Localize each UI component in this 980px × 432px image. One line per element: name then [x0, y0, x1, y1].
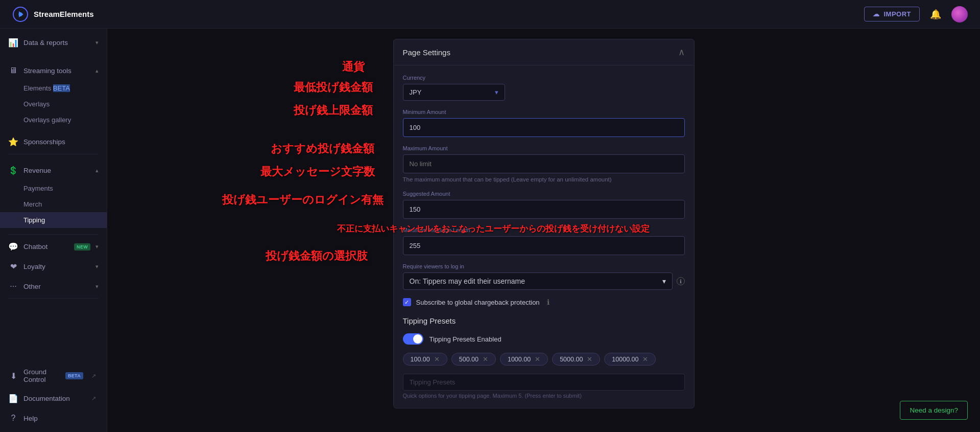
- sidebar-bottom: ⬇ Ground Control BETA ↗ 📄 Documentation …: [0, 363, 107, 432]
- currency-label: Currency: [403, 75, 685, 81]
- import-button[interactable]: ☁ IMPORT: [864, 7, 920, 21]
- ground-control-icon: ⬇: [8, 371, 18, 381]
- require-login-field: Require viewers to log in On: Tippers ma…: [403, 263, 685, 290]
- currency-select[interactable]: JPY ▾: [403, 84, 505, 101]
- max-amount-label: Maximum Amount: [403, 145, 685, 151]
- annotation-msg-length: 最大メッセージ文字数: [260, 164, 375, 179]
- tipping-presets-toggle-row: Tipping Presets Enabled: [403, 333, 685, 345]
- chevron-up-icon2: ▴: [95, 167, 99, 174]
- tipping-presets-toggle-label: Tipping Presets Enabled: [429, 335, 501, 343]
- chargeback-info-icon[interactable]: ℹ: [547, 298, 549, 306]
- sidebar-item-other[interactable]: ··· Other ▾: [0, 277, 107, 296]
- divider: [8, 154, 99, 154]
- panel-collapse-button[interactable]: ∧: [678, 47, 685, 58]
- annotation-currency: 通貨: [342, 59, 365, 75]
- currency-field: Currency JPY ▾: [403, 75, 685, 101]
- sidebar-item-chatbot[interactable]: 💬 Chatbot NEW ▾: [0, 237, 107, 257]
- suggested-amount-label: Suggested Amount: [403, 191, 685, 197]
- preset-tag-0: 100.00 ✕: [403, 353, 447, 366]
- max-msg-label: Maximum Message Length: [403, 227, 685, 233]
- beta-badge: BETA: [53, 84, 70, 92]
- preset-input[interactable]: [403, 374, 685, 391]
- avatar[interactable]: [951, 6, 968, 22]
- sidebar-item-tipping[interactable]: Tipping: [0, 212, 107, 228]
- annotation-presets: 投げ銭金額の選択肢: [266, 248, 368, 264]
- page-settings-panel: Page Settings ∧ Currency JPY ▾ Minimum A…: [393, 39, 695, 408]
- preset-remove-3[interactable]: ✕: [587, 355, 592, 363]
- panel-title: Page Settings: [403, 48, 450, 57]
- preset-hint: Quick options for your tipping page. Max…: [403, 393, 685, 399]
- preset-value-4: 10000.00: [612, 356, 638, 363]
- sidebar-item-merch[interactable]: Merch: [0, 196, 107, 212]
- preset-value-3: 5000.00: [560, 356, 583, 363]
- require-login-label: Require viewers to log in: [403, 263, 685, 269]
- sidebar-item-streaming-tools[interactable]: 🖥 Streaming tools ▴: [0, 61, 107, 80]
- sidebar-item-overlays-gallery[interactable]: Overlays gallery: [0, 112, 107, 128]
- sidebar-docs-label: Documentation: [23, 395, 83, 402]
- divider3: [8, 298, 99, 299]
- chevron-down-icon4: ▾: [95, 263, 99, 270]
- sidebar-gc-label: Ground Control: [23, 368, 58, 383]
- preset-remove-4[interactable]: ✕: [642, 355, 648, 363]
- maximum-amount-input[interactable]: [403, 154, 685, 173]
- divider2: [8, 234, 99, 235]
- preset-tag-2: 1000.00 ✕: [500, 353, 548, 366]
- sidebar-revenue-label: Revenue: [23, 167, 90, 174]
- minimum-amount-input[interactable]: [403, 118, 685, 137]
- content-area: 通貨 最低投げ銭金額 投げ銭上限金額 おすすめ投げ銭金額 最大メッセージ文字数 …: [107, 29, 980, 432]
- sidebar-other-label: Other: [23, 283, 90, 290]
- preset-remove-1[interactable]: ✕: [483, 355, 488, 363]
- sidebar-item-overlays[interactable]: Overlays: [0, 96, 107, 112]
- min-amount-label: Minimum Amount: [403, 109, 685, 115]
- require-login-select-row: On: Tippers may edit their username ▾ ℹ: [403, 272, 685, 290]
- max-message-length-field: Maximum Message Length: [403, 227, 685, 255]
- chevron-down-icon: ▾: [95, 39, 99, 46]
- preset-value-1: 500.00: [459, 356, 479, 363]
- new-badge: NEW: [74, 243, 90, 251]
- sidebar-item-revenue[interactable]: 💲 Revenue ▴: [0, 161, 107, 180]
- sidebar-item-payments[interactable]: Payments: [0, 180, 107, 196]
- sidebar-item-sponsorships[interactable]: ⭐ Sponsorships: [0, 132, 107, 152]
- tipping-presets-toggle[interactable]: [403, 333, 423, 345]
- suggested-amount-input[interactable]: [403, 200, 685, 219]
- chargeback-label: Subscribe to global chargeback protectio…: [416, 299, 540, 306]
- chargeback-checkbox[interactable]: ✓: [403, 298, 411, 306]
- select-chevron-icon2: ▾: [662, 277, 666, 285]
- chevron-down-icon5: ▾: [95, 283, 99, 290]
- preset-remove-2[interactable]: ✕: [535, 355, 540, 363]
- need-design-button[interactable]: Need a design?: [900, 401, 968, 420]
- maximum-amount-field: Maximum Amount The maximum amount that c…: [403, 145, 685, 183]
- external-link-icon: ↗: [88, 373, 99, 379]
- help-icon: ?: [8, 414, 18, 423]
- sidebar-item-help[interactable]: ? Help: [0, 408, 107, 428]
- info-icon[interactable]: ℹ: [677, 277, 685, 285]
- sidebar-item-ground-control[interactable]: ⬇ Ground Control BETA ↗: [0, 363, 107, 389]
- preset-tag-1: 500.00 ✕: [451, 353, 496, 366]
- sidebar-item-loyalty[interactable]: ❤ Loyalty ▾: [0, 257, 107, 277]
- app-name: StreamElements: [34, 10, 94, 18]
- max-message-length-input[interactable]: [403, 236, 685, 255]
- annotation-min-amount: 最低投げ銭金額: [294, 80, 373, 95]
- header-actions: ☁ IMPORT 🔔: [864, 6, 968, 22]
- external-link-icon2: ↗: [88, 395, 99, 402]
- sidebar-item-data-reports[interactable]: 📊 Data & reports ▾: [0, 33, 107, 53]
- annotation-login: 投げ銭ユーザーのログイン有無: [222, 192, 384, 208]
- sidebar-item-elements[interactable]: Elements BETA: [0, 80, 107, 96]
- sidebar-item-documentation[interactable]: 📄 Documentation ↗: [0, 389, 107, 408]
- max-amount-hint: The maximum amount that can be tipped (L…: [403, 176, 685, 183]
- preset-remove-0[interactable]: ✕: [434, 355, 440, 363]
- chevron-up-icon: ▴: [95, 67, 99, 74]
- sidebar-item-label: Data & reports: [23, 39, 90, 47]
- notification-bell-icon[interactable]: 🔔: [930, 9, 941, 20]
- require-login-select[interactable]: On: Tippers may edit their username ▾: [403, 272, 673, 290]
- header: StreamElements ☁ IMPORT 🔔: [0, 0, 980, 29]
- sponsorships-icon: ⭐: [8, 137, 18, 147]
- other-icon: ···: [8, 282, 18, 291]
- presets-row: 100.00 ✕ 500.00 ✕ 1000.00 ✕ 5000.00 ✕: [403, 353, 685, 366]
- annotation-max-amount: 投げ銭上限金額: [294, 103, 373, 118]
- preset-tag-4: 10000.00 ✕: [604, 353, 656, 366]
- loyalty-icon: ❤: [8, 262, 18, 271]
- preset-input-row: Quick options for your tipping page. Max…: [403, 374, 685, 399]
- checkmark-icon: ✓: [404, 299, 409, 306]
- sidebar: 📊 Data & reports ▾ 🖥 Streaming tools ▴ E…: [0, 29, 107, 432]
